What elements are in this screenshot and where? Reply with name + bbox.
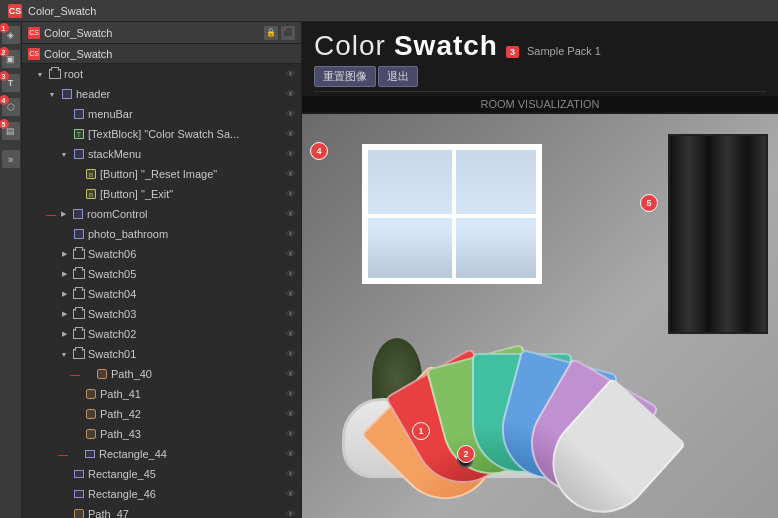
node-label-swatch03: Swatch03 xyxy=(88,308,283,320)
node-label-path41: Path_41 xyxy=(100,388,283,400)
eye-path42[interactable]: 👁 xyxy=(283,408,297,420)
tree-node-rect45[interactable]: Rectangle_45 👁 xyxy=(22,464,301,484)
tree-node-path43[interactable]: Path_43 👁 xyxy=(22,424,301,444)
expand-swatch04[interactable]: ▶ xyxy=(58,288,70,300)
tree-node-roomcontrol[interactable]: — ▶ roomControl 👁 xyxy=(22,204,301,224)
layer-icon-roomcontrol xyxy=(71,208,85,220)
room-badge-4: 4 xyxy=(310,142,328,160)
lock-btn[interactable]: 🔒 xyxy=(264,26,278,40)
exit-button[interactable]: 退出 xyxy=(378,66,418,87)
action-buttons: 重置图像 退出 xyxy=(314,66,766,92)
eye-textblock[interactable]: 👁 xyxy=(283,128,297,140)
expand-header[interactable]: ▼ xyxy=(46,88,58,100)
eye-swatch02[interactable]: 👁 xyxy=(283,328,297,340)
node-label-textblock: [TextBlock] "Color Swatch Sa... xyxy=(88,128,283,140)
eye-path47[interactable]: 👁 xyxy=(283,508,297,518)
tree-node-path42[interactable]: Path_42 👁 xyxy=(22,404,301,424)
room-badge-5: 5 xyxy=(640,194,658,212)
main-layout: 1 ◈ 2 ▣ 3 T 4 ⬡ 5 ▤ » CS Color_Swatch 🔒 … xyxy=(0,22,778,518)
eye-rect44[interactable]: 👁 xyxy=(283,448,297,460)
tree-node-menubar[interactable]: ▶ menuBar 👁 xyxy=(22,104,301,124)
expand-swatch06[interactable]: ▶ xyxy=(58,248,70,260)
panel-icon: CS xyxy=(28,27,40,39)
tree-node-swatch01[interactable]: ▼ Swatch01 👁 xyxy=(22,344,301,364)
eye-swatch01[interactable]: 👁 xyxy=(283,348,297,360)
textblock-icon: T xyxy=(72,128,86,140)
tree-node-rect46[interactable]: Rectangle_46 👁 xyxy=(22,484,301,504)
tree-node-path40[interactable]: — Path_40 👁 xyxy=(22,364,301,384)
group-icon-swatch05 xyxy=(72,268,86,280)
node-label-swatch05: Swatch05 xyxy=(88,268,283,280)
layer-tree[interactable]: ▼ root 👁 ▼ header 👁 ▶ menuBar 👁 xyxy=(22,64,301,518)
eye-rect45[interactable]: 👁 xyxy=(283,468,297,480)
arrow-roomcontrol: — xyxy=(46,209,56,220)
eye-header[interactable]: 👁 xyxy=(283,88,297,100)
node-label-path42: Path_42 xyxy=(100,408,283,420)
title-bar: CS Color_Swatch xyxy=(0,0,778,22)
eye-swatch05[interactable]: 👁 xyxy=(283,268,297,280)
reset-image-button[interactable]: 重置图像 xyxy=(314,66,376,87)
arrow-rect44: — xyxy=(58,449,68,460)
divider-screen xyxy=(668,134,768,334)
expand-swatch03[interactable]: ▶ xyxy=(58,308,70,320)
sub-panel-title: Color_Swatch xyxy=(44,48,112,60)
eye-swatch06[interactable]: 👁 xyxy=(283,248,297,260)
eye-rect46[interactable]: 👁 xyxy=(283,488,297,500)
tree-node-root[interactable]: ▼ root 👁 xyxy=(22,64,301,84)
node-label-header: header xyxy=(76,88,283,100)
tool-4-container: 4 ⬡ xyxy=(2,98,20,116)
eye-btn-exit[interactable]: 👁 xyxy=(283,188,297,200)
tree-node-photo[interactable]: photo_bathroom 👁 xyxy=(22,224,301,244)
group-icon-swatch01 xyxy=(72,348,86,360)
expand-roomcontrol[interactable]: ▶ xyxy=(57,208,69,220)
bathroom-window xyxy=(362,144,542,284)
badge-4: 4 xyxy=(0,95,9,105)
tree-node-swatch02[interactable]: ▶ Swatch02 👁 xyxy=(22,324,301,344)
eye-swatch03[interactable]: 👁 xyxy=(283,308,297,320)
expand-swatch02[interactable]: ▶ xyxy=(58,328,70,340)
eye-btn-reset[interactable]: 👁 xyxy=(283,168,297,180)
tree-node-header[interactable]: ▼ header 👁 xyxy=(22,84,301,104)
tree-node-path41[interactable]: Path_41 👁 xyxy=(22,384,301,404)
eye-root[interactable]: 👁 xyxy=(283,68,297,80)
tree-node-btn-reset[interactable]: B [Button] "_Reset Image" 👁 xyxy=(22,164,301,184)
eye-stackmenu[interactable]: 👁 xyxy=(283,148,297,160)
app-icon: CS xyxy=(8,4,22,18)
badge-3: 3 xyxy=(0,71,9,81)
eye-path43[interactable]: 👁 xyxy=(283,428,297,440)
node-label-photo: photo_bathroom xyxy=(88,228,283,240)
layer-icon-menubar xyxy=(72,108,86,120)
expand-stackmenu[interactable]: ▼ xyxy=(58,148,70,160)
title-bold: Swatch xyxy=(394,30,498,62)
tree-node-stackmenu[interactable]: ▼ stackMenu 👁 xyxy=(22,144,301,164)
tool-3-container: 3 T xyxy=(2,74,20,92)
tree-node-path47[interactable]: Path_47 👁 xyxy=(22,504,301,518)
eye-photo[interactable]: 👁 xyxy=(283,228,297,240)
node-label-swatch06: Swatch06 xyxy=(88,248,283,260)
expand-swatch01[interactable]: ▼ xyxy=(58,348,70,360)
tool-more-btn[interactable]: » xyxy=(2,150,20,168)
eye-path40[interactable]: 👁 xyxy=(283,368,297,380)
tree-node-swatch04[interactable]: ▶ Swatch04 👁 xyxy=(22,284,301,304)
tree-node-rect44[interactable]: — Rectangle_44 👁 xyxy=(22,444,301,464)
tree-node-btn-exit[interactable]: B [Button] "_Exit" 👁 xyxy=(22,184,301,204)
node-label-btn-exit: [Button] "_Exit" xyxy=(100,188,283,200)
tree-node-swatch03[interactable]: ▶ Swatch03 👁 xyxy=(22,304,301,324)
expand-swatch05[interactable]: ▶ xyxy=(58,268,70,280)
eye-path41[interactable]: 👁 xyxy=(283,388,297,400)
tree-node-swatch05[interactable]: ▶ Swatch05 👁 xyxy=(22,264,301,284)
button-icon-reset: B xyxy=(84,168,98,180)
expand-root[interactable]: ▼ xyxy=(34,68,46,80)
eye-swatch04[interactable]: 👁 xyxy=(283,288,297,300)
eye-roomcontrol[interactable]: 👁 xyxy=(283,208,297,220)
tree-node-textblock[interactable]: ▶ T [TextBlock] "Color Swatch Sa... 👁 xyxy=(22,124,301,144)
tree-node-swatch06[interactable]: ▶ Swatch06 👁 xyxy=(22,244,301,264)
node-label-root: root xyxy=(64,68,283,80)
swatch-fan[interactable] xyxy=(402,348,602,478)
expand-panel-btn[interactable]: ⬛ xyxy=(281,26,295,40)
group-icon xyxy=(48,68,62,80)
room-badge-1: 1 xyxy=(412,422,430,440)
right-title: Color Swatch 3 Sample Pack 1 xyxy=(314,30,766,62)
eye-menubar[interactable]: 👁 xyxy=(283,108,297,120)
right-header: Color Swatch 3 Sample Pack 1 重置图像 退出 xyxy=(302,22,778,96)
